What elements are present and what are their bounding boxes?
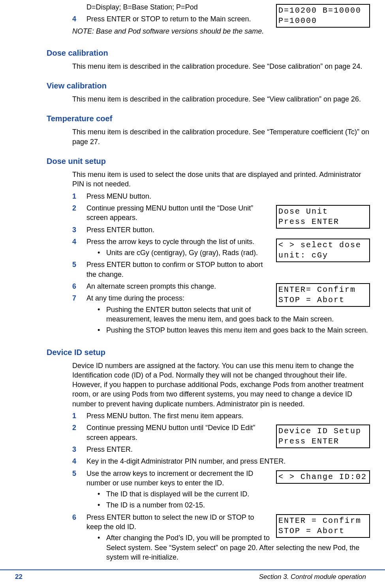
page-number: 22	[15, 573, 23, 582]
body-text: This menu item is described in the calib…	[72, 62, 370, 71]
bullet-item: Units are cGy (centigray), Gy (gray), Ra…	[98, 248, 370, 257]
step-item: 3Press ENTER button.	[72, 225, 370, 235]
step-text: Press ENTER button to confirm or STOP bu…	[86, 261, 263, 278]
step-item: 5Press ENTER button to confirm or STOP b…	[72, 260, 370, 279]
step-text: Press ENTER.	[86, 445, 133, 453]
heading-dose-calibration: Dose calibration	[47, 48, 370, 58]
step-item: 1Press MENU button. The first menu item …	[72, 411, 370, 421]
section-label: Section 3. Control module operation	[259, 573, 366, 582]
step-number: 5	[72, 469, 76, 478]
note-text: NOTE: Base and Pod software versions sho…	[72, 26, 370, 36]
bullet-item: The ID is a number from 02-15.	[98, 500, 370, 510]
step-number: 6	[72, 282, 76, 291]
step-text: Use the arrow keys to increment or decre…	[86, 470, 253, 487]
bullet-item: After changing the Pod’s ID, you will be…	[98, 533, 370, 562]
step-text: Press the arrow keys to cycle through th…	[86, 238, 254, 246]
lcd-line: D=10200 B=10000	[278, 6, 361, 15]
step-text: Press ENTER button.	[86, 226, 154, 234]
body-text: This menu item is used to select the dos…	[72, 170, 370, 189]
step-number: 4	[72, 237, 76, 246]
step-number: 7	[72, 293, 76, 303]
step-item: 2Continue pressing MENU button until “De…	[72, 423, 370, 442]
step-text: Continue pressing MENU button until “Dev…	[86, 424, 255, 441]
heading-temperature-coef: Temperature coef	[47, 113, 370, 124]
step-item: 6Press ENTER button to select the new ID…	[72, 513, 370, 562]
step-number: 1	[72, 411, 76, 421]
step-text: At any time during the process:	[86, 294, 184, 302]
step-text: Press ENTER button to select the new ID …	[86, 513, 254, 531]
step-number: 2	[72, 203, 76, 213]
step-text: Press MENU button. The first menu item a…	[86, 412, 244, 420]
body-text: This menu item is described in the calib…	[72, 94, 370, 104]
body-text: Device ID numbers are assigned at the fa…	[72, 361, 370, 409]
step-text: Press MENU button.	[86, 192, 151, 200]
step-number: 3	[72, 445, 76, 454]
bullet-item: Pushing the ENTER button selects that un…	[98, 305, 370, 324]
heading-view-calibration: View calibration	[47, 81, 370, 91]
bullet-item: The ID that is displayed will be the cur…	[98, 489, 370, 499]
step-text: Key in the 4-digit Administrator PIN num…	[86, 457, 285, 465]
heading-dose-unit-setup: Dose unit setup	[47, 156, 370, 167]
step-number: 6	[72, 513, 76, 522]
step-item: 2Continue pressing MENU button until the…	[72, 203, 370, 223]
step-item: 3Press ENTER.	[72, 445, 370, 454]
step-text: Continue pressing MENU button until the …	[86, 204, 253, 222]
step-item: 4Press the arrow keys to cycle through t…	[72, 237, 370, 258]
step-text: An alternate screen prompts this change.	[86, 282, 216, 290]
step-number: 1	[72, 192, 76, 201]
page-footer: 22 Section 3. Control module operation	[0, 569, 385, 582]
step-text: Press ENTER or STOP to return to the Mai…	[86, 15, 251, 23]
step-number: 4	[72, 14, 76, 24]
step-number: 3	[72, 225, 76, 235]
step-number: 4	[72, 456, 76, 466]
step-item: 5Use the arrow keys to increment or decr…	[72, 469, 370, 510]
step-number: 5	[72, 260, 76, 269]
body-text: This menu item is described in the calib…	[72, 127, 370, 147]
step-item: 4Key in the 4-digit Administrator PIN nu…	[72, 456, 370, 466]
bullet-item: Pushing the STOP button leaves this menu…	[98, 325, 370, 335]
step-item: 7At any time during the process: Pushing…	[72, 293, 370, 335]
step-number: 2	[72, 423, 76, 432]
heading-device-id-setup: Device ID setup	[47, 347, 370, 358]
step-item: 4Press ENTER or STOP to return to the Ma…	[72, 14, 370, 24]
step-item: 1Press MENU button.	[72, 192, 370, 201]
step-item: 6An alternate screen prompts this change…	[72, 282, 370, 291]
